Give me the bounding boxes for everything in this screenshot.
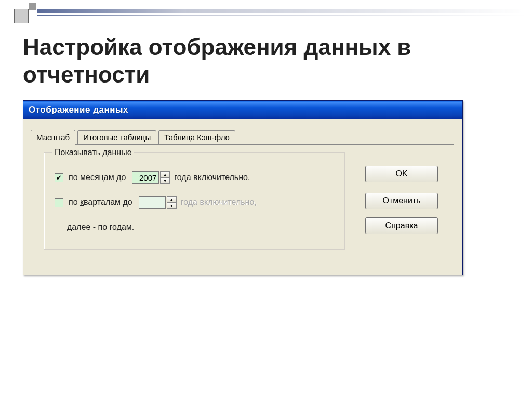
groupbox-legend: Показывать данные [52, 148, 134, 157]
label-then-years: далее - по годам. [67, 223, 134, 232]
dialog-titlebar[interactable]: Отображение данных [23, 101, 462, 119]
slide-title: Настройка отображения данных в отчетност… [23, 34, 532, 89]
help-button[interactable]: Справка [365, 217, 438, 234]
dialog-title: Отображение данных [29, 105, 128, 115]
row-then-years: далее - по годам. [67, 220, 134, 235]
label-month-suffix: года включительно, [174, 173, 250, 182]
slide-bullet-large [14, 9, 29, 23]
slide-bullet-small [29, 3, 36, 10]
slide-accent-line [37, 15, 526, 16]
groupbox-show-data: Показывать данные по месяцам до ▲ ▼ года… [44, 152, 345, 250]
spinner-down-icon: ▼ [167, 202, 177, 209]
tab-strip: Масштаб Итоговые таблицы Таблица Кэш-фло [31, 130, 237, 145]
input-month-year[interactable] [132, 171, 159, 184]
row-by-quarter: по кварталам до ▲ ▼ года включительно, [55, 195, 257, 210]
slide-accent-bar [37, 9, 526, 13]
label-by-quarter: по кварталам до [69, 198, 132, 207]
cancel-button[interactable]: Отменить [365, 193, 438, 209]
input-quarter-year [139, 196, 166, 209]
row-by-month: по месяцам до ▲ ▼ года включительно, [55, 170, 250, 185]
checkbox-by-month[interactable] [55, 173, 63, 182]
spinner-up-icon[interactable]: ▲ [160, 171, 170, 177]
ok-button[interactable]: OK [365, 166, 438, 182]
spinner-up-icon: ▲ [167, 196, 177, 202]
label-quarter-suffix: года включительно, [181, 198, 257, 207]
spinner-down-icon[interactable]: ▼ [160, 177, 170, 184]
tab-scale[interactable]: Масштаб [31, 130, 75, 145]
spinner-month-year: ▲ ▼ [160, 171, 170, 184]
tab-cashflow[interactable]: Таблица Кэш-фло [158, 130, 235, 145]
checkbox-by-quarter[interactable] [55, 198, 63, 207]
spinner-quarter-year: ▲ ▼ [167, 196, 177, 209]
tab-summary[interactable]: Итоговые таблицы [77, 130, 156, 145]
label-by-month: по месяцам до [69, 173, 126, 182]
tab-panel-scale: Показывать данные по месяцам до ▲ ▼ года… [31, 144, 454, 258]
dialog-window: Отображение данных Масштаб Итоговые табл… [23, 100, 463, 275]
